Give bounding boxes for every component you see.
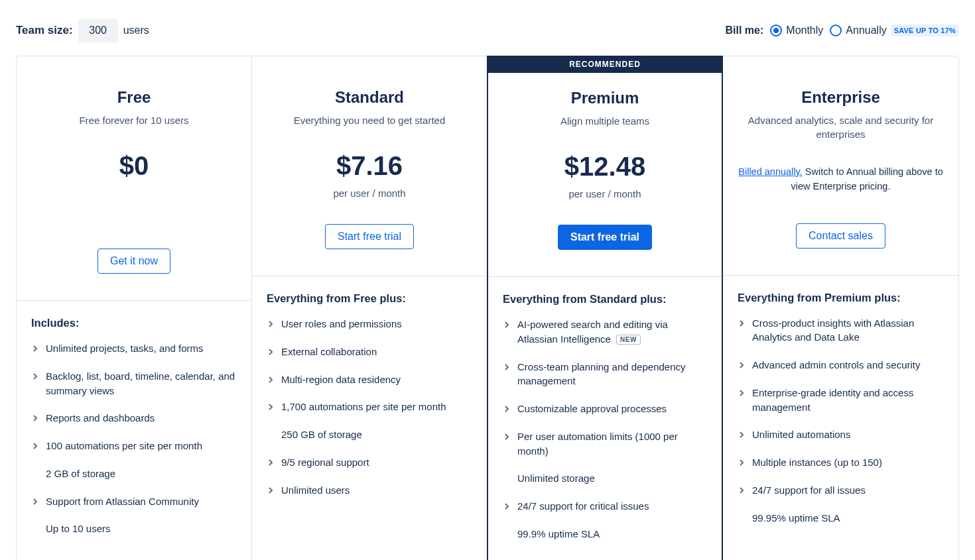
- feature-item[interactable]: Multiple instances (up to 150): [738, 455, 944, 470]
- feature-item[interactable]: 24/7 support for critical issues: [503, 499, 707, 514]
- feature-text: User roles and permissions: [281, 317, 402, 331]
- feature-text: Backlog, list, board, timeline, calendar…: [46, 369, 237, 398]
- feature-item[interactable]: Unlimited projects, tasks, and forms: [31, 341, 237, 356]
- feature-item[interactable]: AI-powered search and editing via Atlass…: [503, 317, 707, 347]
- feature-item[interactable]: 9/5 regional support: [267, 455, 472, 470]
- chevron-right-icon: [503, 402, 511, 417]
- feature-item: 2 GB of storage: [31, 467, 237, 481]
- feature-item[interactable]: Enterprise-grade identity and access man…: [738, 386, 944, 415]
- plan-tagline: Align multiple teams: [501, 114, 708, 128]
- enterprise-pricing-note: Billed annually. Switch to Annual billin…: [736, 165, 945, 194]
- feature-text: Advanced admin controls and security: [752, 358, 920, 372]
- feature-item[interactable]: Unlimited automations: [738, 427, 944, 442]
- feature-item[interactable]: Customizable approval processes: [503, 402, 707, 416]
- feature-item[interactable]: 24/7 support for all issues: [738, 483, 944, 498]
- feature-item[interactable]: Per user automation limits (1000 per mon…: [503, 429, 707, 459]
- chevron-right-icon: [31, 342, 39, 357]
- cta-standard[interactable]: Start free trial: [325, 224, 414, 249]
- chevron-right-icon: [738, 428, 746, 443]
- feature-text: Reports and dashboards: [46, 411, 155, 425]
- chevron-right-icon: [31, 439, 39, 454]
- chevron-right-icon: [503, 500, 511, 514]
- feature-list: User roles and permissionsExternal colla…: [267, 317, 472, 497]
- plan-body: Everything from Premium plus:Cross-produ…: [723, 276, 958, 559]
- team-size-label: Team size:: [16, 24, 73, 37]
- plan-free: FreeFree forever for 10 users$0Get it no…: [17, 56, 252, 560]
- plan-body-heading: Everything from Free plus:: [267, 292, 472, 305]
- feature-text: Support from Atlassian Community: [46, 494, 199, 509]
- plan-premium: RECOMMENDEDPremiumAlign multiple teams$1…: [487, 56, 723, 560]
- feature-item[interactable]: Cross-product insights with Atlassian An…: [738, 316, 944, 345]
- feature-item[interactable]: External collaboration: [267, 345, 472, 359]
- plan-price-note: per user / month: [265, 188, 474, 199]
- feature-text: Unlimited storage: [517, 471, 595, 486]
- billing-annually-radio[interactable]: Annually SAVE UP TO 17%: [830, 25, 959, 36]
- feature-item[interactable]: Unlimited users: [267, 483, 472, 498]
- plan-header: FreeFree forever for 10 users$0Get it no…: [17, 56, 251, 301]
- plan-body: Includes:Unlimited projects, tasks, and …: [17, 301, 251, 560]
- pricing-controls: Team size: users Bill me: Monthly Annual…: [16, 0, 959, 56]
- feature-item[interactable]: User roles and permissions: [267, 317, 472, 331]
- feature-text: 99.9% uptime SLA: [517, 527, 600, 541]
- feature-text: Cross-team planning and dependency manag…: [517, 360, 707, 389]
- feature-item[interactable]: Support from Atlassian Community: [31, 494, 237, 509]
- feature-text: Up to 10 users: [46, 522, 111, 536]
- feature-list: AI-powered search and editing via Atlass…: [503, 317, 707, 541]
- plan-tagline: Advanced analytics, scale and security f…: [736, 113, 945, 141]
- feature-text: Cross-product insights with Atlassian An…: [752, 316, 944, 345]
- chevron-right-icon: [738, 456, 746, 471]
- feature-item: 250 GB of storage: [267, 427, 472, 442]
- bill-me-label: Bill me:: [726, 25, 764, 36]
- plan-name: Premium: [501, 89, 708, 107]
- radio-icon: [830, 25, 842, 36]
- cta-premium[interactable]: Start free trial: [558, 225, 652, 250]
- feature-text: 99.95% uptime SLA: [752, 511, 840, 526]
- feature-text: Unlimited users: [281, 483, 350, 498]
- chevron-right-icon: [31, 495, 39, 510]
- billing-monthly-label: Monthly: [786, 25, 823, 36]
- new-badge: NEW: [616, 335, 641, 345]
- feature-item: Unlimited storage: [503, 471, 707, 486]
- plan-standard: StandardEverything you need to get start…: [252, 56, 487, 560]
- chevron-right-icon: [267, 484, 275, 498]
- chevron-right-icon: [267, 400, 275, 415]
- chevron-right-icon: [267, 345, 275, 360]
- plan-name: Standard: [265, 88, 474, 107]
- feature-text: 1,700 automations per site per month: [281, 400, 446, 414]
- feature-list: Cross-product insights with Atlassian An…: [738, 316, 944, 526]
- feature-item[interactable]: Reports and dashboards: [31, 411, 237, 425]
- feature-item[interactable]: Cross-team planning and dependency manag…: [503, 360, 707, 389]
- feature-text: 9/5 regional support: [281, 455, 369, 470]
- feature-item: Up to 10 users: [31, 522, 237, 536]
- feature-item[interactable]: 1,700 automations per site per month: [267, 400, 472, 414]
- chevron-right-icon: [503, 318, 511, 347]
- feature-item[interactable]: Advanced admin controls and security: [738, 358, 944, 372]
- feature-text: 2 GB of storage: [46, 467, 115, 481]
- plan-header: StandardEverything you need to get start…: [252, 56, 487, 276]
- cta-free[interactable]: Get it now: [98, 249, 170, 274]
- team-size-input[interactable]: [78, 19, 118, 42]
- feature-text: 24/7 support for all issues: [752, 483, 866, 498]
- users-label: users: [123, 25, 149, 36]
- feature-item[interactable]: Backlog, list, board, timeline, calendar…: [31, 369, 237, 398]
- feature-item: 99.95% uptime SLA: [738, 511, 944, 526]
- plan-body-heading: Everything from Premium plus:: [738, 292, 944, 304]
- feature-text: Customizable approval processes: [517, 402, 667, 416]
- cta-enterprise[interactable]: Contact sales: [796, 223, 885, 249]
- feature-text: Unlimited projects, tasks, and forms: [46, 341, 204, 356]
- feature-item[interactable]: Multi-region data residency: [267, 372, 472, 387]
- billed-annually-link[interactable]: Billed annually.: [738, 166, 802, 177]
- feature-list: Unlimited projects, tasks, and formsBack…: [31, 341, 237, 536]
- plan-price: $12.48: [501, 152, 708, 182]
- feature-text: Multi-region data residency: [281, 372, 401, 387]
- radio-icon: [770, 25, 782, 36]
- plan-body-heading: Everything from Standard plus:: [503, 293, 707, 306]
- plans-grid: FreeFree forever for 10 users$0Get it no…: [16, 56, 959, 560]
- plan-price: $0: [30, 151, 238, 181]
- feature-text: External collaboration: [281, 345, 377, 359]
- plan-header: PremiumAlign multiple teams$12.48per use…: [488, 56, 722, 277]
- chevron-right-icon: [503, 430, 511, 459]
- feature-text: Enterprise-grade identity and access man…: [752, 386, 944, 415]
- billing-monthly-radio[interactable]: Monthly: [770, 25, 823, 36]
- feature-item[interactable]: 100 automations per site per month: [31, 439, 237, 453]
